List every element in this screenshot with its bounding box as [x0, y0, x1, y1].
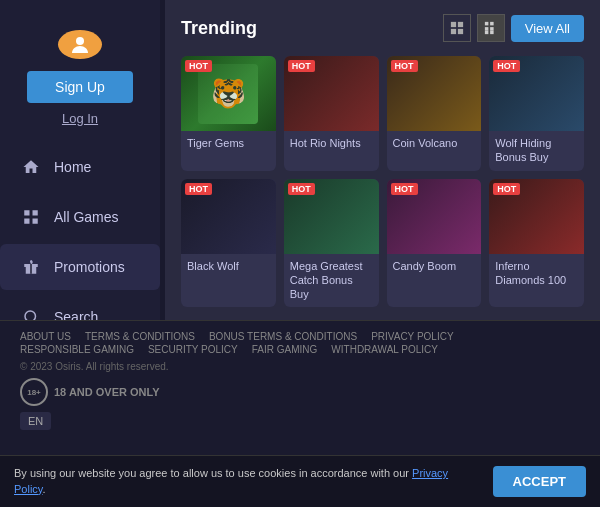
svg-rect-19: [490, 31, 494, 35]
hot-badge: HOT: [391, 183, 418, 195]
promotions-label: Promotions: [54, 259, 125, 275]
game-card-candy-boom[interactable]: HOT Candy Boom: [387, 179, 482, 308]
svg-rect-17: [490, 27, 494, 31]
hot-badge: HOT: [185, 60, 212, 72]
grid-view-button[interactable]: [443, 14, 471, 42]
cookie-banner: By using our website you agree to allow …: [0, 455, 600, 507]
footer-copyright: © 2023 Osiris. All rights reserved.: [0, 359, 600, 376]
game-name: Inferno Diamonds 100: [489, 254, 584, 294]
footer-link-security[interactable]: SECURITY POLICY: [148, 344, 238, 355]
accept-cookies-button[interactable]: ACCEPT: [493, 466, 586, 497]
cookie-text-suffix: .: [43, 483, 46, 495]
footer-link-terms[interactable]: TERMS & CONDITIONS: [85, 331, 195, 342]
grid-small-icon: [450, 21, 464, 35]
sidebar-item-home[interactable]: Home: [0, 144, 160, 190]
age-badge: 18+: [20, 378, 48, 406]
section-title: Trending: [181, 18, 257, 39]
svg-rect-2: [33, 210, 38, 215]
grid-icon: [20, 206, 42, 228]
game-name: Hot Rio Nights: [284, 131, 379, 156]
svg-rect-16: [485, 27, 489, 31]
hot-badge: HOT: [391, 60, 418, 72]
list-view-button[interactable]: [477, 14, 505, 42]
game-card-wolf-hiding[interactable]: HOT Wolf Hiding Bonus Buy: [489, 56, 584, 171]
svg-rect-18: [485, 31, 489, 35]
sidebar-item-promotions[interactable]: Promotions: [0, 244, 160, 290]
signup-button[interactable]: Sign Up: [27, 71, 133, 103]
age-restriction-text: 18 AND OVER ONLY: [54, 386, 160, 398]
game-name: Tiger Gems: [181, 131, 276, 156]
home-icon: [20, 156, 42, 178]
cookie-text: By using our website you agree to allow …: [14, 466, 483, 497]
game-card-black-wolf[interactable]: HOT Black Wolf: [181, 179, 276, 308]
all-games-label: All Games: [54, 209, 119, 225]
footer-link-fair[interactable]: FAIR GAMING: [252, 344, 318, 355]
svg-rect-1: [24, 210, 29, 215]
game-card-hot-rio-nights[interactable]: HOT Hot Rio Nights: [284, 56, 379, 171]
user-icon: [68, 33, 92, 57]
main-content: Trending View All HOT 🐯 Tiger Gems HOT: [165, 0, 600, 320]
svg-rect-4: [33, 219, 38, 224]
svg-rect-11: [458, 22, 463, 27]
hot-badge: HOT: [185, 183, 212, 195]
footer-link-withdrawal[interactable]: WITHDRAWAL POLICY: [331, 344, 438, 355]
svg-rect-15: [490, 22, 494, 26]
game-name: Black Wolf: [181, 254, 276, 279]
game-name: Wolf Hiding Bonus Buy: [489, 131, 584, 171]
game-card-coin-volcano[interactable]: HOT Coin Volcano: [387, 56, 482, 171]
game-name: Candy Boom: [387, 254, 482, 279]
svg-rect-12: [451, 29, 456, 34]
svg-rect-14: [485, 22, 489, 26]
footer-language: EN: [0, 410, 600, 434]
footer-link-bonus-terms[interactable]: BONUS TERMS & CONDITIONS: [209, 331, 357, 342]
game-name: Mega Greatest Catch Bonus Buy: [284, 254, 379, 308]
sidebar-item-all-games[interactable]: All Games: [0, 194, 160, 240]
games-grid: HOT 🐯 Tiger Gems HOT Hot Rio Nights HOT …: [181, 56, 584, 307]
footer-link-about[interactable]: ABOUT US: [20, 331, 71, 342]
footer-link-responsible[interactable]: RESPONSIBLE GAMING: [20, 344, 134, 355]
game-card-mega-greatest-catch[interactable]: HOT Mega Greatest Catch Bonus Buy: [284, 179, 379, 308]
gift-icon: [20, 256, 42, 278]
login-button[interactable]: Log In: [62, 111, 98, 126]
svg-rect-3: [24, 219, 29, 224]
avatar: [58, 30, 102, 59]
cookie-text-prefix: By using our website you agree to allow …: [14, 467, 412, 479]
hot-badge: HOT: [493, 60, 520, 72]
hot-badge: HOT: [493, 183, 520, 195]
list-icon: [484, 21, 498, 35]
footer-age: 18+ 18 AND OVER ONLY: [0, 376, 600, 410]
view-controls: View All: [443, 14, 584, 42]
game-name: Coin Volcano: [387, 131, 482, 156]
svg-rect-10: [451, 22, 456, 27]
trending-header: Trending View All: [181, 14, 584, 42]
footer-link-privacy[interactable]: PRIVACY POLICY: [371, 331, 453, 342]
svg-rect-13: [458, 29, 463, 34]
game-card-tiger-gems[interactable]: HOT 🐯 Tiger Gems: [181, 56, 276, 171]
hot-badge: HOT: [288, 60, 315, 72]
game-card-inferno-diamonds[interactable]: HOT Inferno Diamonds 100: [489, 179, 584, 308]
hot-badge: HOT: [288, 183, 315, 195]
home-label: Home: [54, 159, 91, 175]
view-all-button[interactable]: View All: [511, 15, 584, 42]
sidebar: Sign Up Log In Home All Games Promotions…: [0, 0, 160, 340]
svg-point-0: [76, 37, 84, 45]
footer-links: ABOUT US TERMS & CONDITIONS BONUS TERMS …: [0, 320, 600, 359]
language-selector[interactable]: EN: [20, 412, 51, 430]
